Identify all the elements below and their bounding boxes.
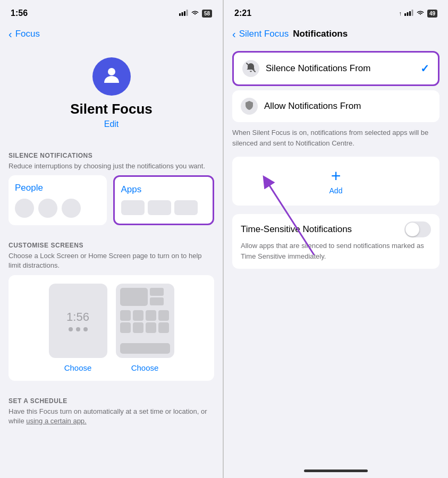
allow-option-label: Allow Notifications From: [264, 101, 431, 112]
customise-section-header: CUSTOMISE SCREENS Choose a Lock Screen o…: [9, 240, 214, 270]
back-label-right: Silent Focus: [239, 29, 289, 39]
status-icons-left: 58: [179, 8, 212, 18]
home-icon-6: [133, 322, 143, 333]
home-big-rect: [120, 288, 148, 306]
add-section: + Add: [224, 157, 448, 206]
avatar: [92, 57, 131, 96]
back-label-left: Focus: [15, 29, 40, 39]
customise-screens-section: CUSTOMISE SCREENS Choose a Lock Screen o…: [9, 240, 214, 380]
back-chevron-right: ‹: [232, 28, 236, 40]
phone-right: 2:21 ↑ 49 ‹ Silent Focus Notifications: [224, 0, 448, 478]
add-plus-icon: +: [331, 167, 341, 184]
time-right: 2:21: [234, 8, 251, 18]
silence-icon-wrap: [242, 60, 259, 77]
lock-dot-3: [83, 327, 88, 331]
wifi-icon-left: [191, 8, 199, 18]
battery-icon-right: 49: [427, 10, 437, 18]
battery-icon-left: 58: [202, 10, 212, 18]
people-placeholder-3: [62, 199, 81, 218]
status-bar-right: 2:21 ↑ 49: [224, 0, 448, 23]
back-button-right[interactable]: ‹ Silent Focus: [232, 28, 289, 40]
lock-screen-preview: 1:56: [49, 284, 107, 358]
app-placeholder-1: [121, 200, 145, 215]
people-placeholder-1: [15, 199, 34, 218]
people-card[interactable]: People: [9, 175, 107, 225]
svg-point-4: [108, 68, 115, 75]
svg-rect-8: [411, 10, 413, 16]
schedule-section-title: SET A SCHEDULE: [9, 397, 67, 405]
schedule-underline: using a certain app.: [26, 417, 86, 425]
allow-icon-wrap: [241, 98, 258, 115]
lock-screen-choose-button[interactable]: Choose: [64, 363, 92, 372]
checkmark-icon: ✓: [420, 62, 429, 75]
home-small-rect-1: [150, 288, 164, 296]
wifi-icon-right: [416, 8, 425, 18]
apps-card[interactable]: Apps: [113, 175, 215, 225]
profile-name: Silent Focus: [70, 101, 153, 117]
bell-off-icon: [246, 62, 256, 75]
svg-rect-7: [409, 11, 411, 16]
app-placeholder-2: [148, 200, 171, 215]
home-screen-preview: [116, 284, 174, 358]
people-apps-row: People Apps: [9, 175, 214, 225]
schedule-section-subtitle: Have this Focus turn on automatically at…: [9, 407, 214, 426]
status-icons-right: ↑ 49: [399, 8, 437, 18]
arrow-up-icon: ↑: [399, 10, 402, 16]
people-label: People: [15, 183, 100, 193]
svg-rect-5: [404, 13, 406, 16]
add-label: Add: [329, 186, 343, 195]
home-icon-8: [158, 322, 169, 333]
phone-left: 1:56 58 ‹ Focus: [0, 0, 224, 478]
home-dock: [120, 343, 170, 354]
silence-section-subtitle: Reduce interruptions by choosing just th…: [9, 161, 214, 171]
silence-notifications-option[interactable]: Silence Notifications From ✓: [232, 51, 439, 86]
back-chevron-left: ‹: [9, 28, 12, 40]
app-placeholder-3: [174, 200, 198, 215]
back-button-left[interactable]: ‹ Focus: [9, 28, 40, 40]
home-icon-7: [146, 322, 156, 333]
silence-description: When Silent Focus is on, notifications f…: [224, 123, 448, 157]
schedule-section-header: SET A SCHEDULE Have this Focus turn on a…: [9, 396, 214, 426]
home-icon-2: [133, 310, 143, 321]
home-small-stack: [150, 288, 164, 306]
silence-section-header: SILENCE NOTIFICATIONS Reduce interruptio…: [9, 150, 214, 171]
time-sensitive-toggle[interactable]: [404, 221, 431, 237]
home-bar: [304, 470, 368, 472]
silence-option-label: Silence Notifications From: [266, 63, 420, 74]
home-indicator-right: [224, 467, 448, 478]
add-card[interactable]: + Add: [232, 157, 439, 206]
left-scroll-content: Silent Focus Edit SILENCE NOTIFICATIONS …: [0, 47, 223, 478]
signal-icon-right: [404, 10, 413, 17]
home-icon-4: [158, 310, 169, 321]
time-sensitive-card: Time-Sensitive Notifications Allow apps …: [232, 214, 439, 269]
lock-dot-1: [69, 327, 73, 331]
lock-time: 1:56: [66, 310, 89, 324]
lock-dots: [69, 327, 88, 331]
person-icon: [102, 65, 121, 88]
home-icon-1: [120, 310, 131, 321]
edit-button[interactable]: Edit: [104, 120, 119, 129]
home-screen-choose-button[interactable]: Choose: [131, 363, 159, 372]
people-placeholder-2: [38, 199, 57, 218]
options-container: Silence Notifications From ✓ Allow Notif…: [224, 51, 448, 123]
customise-section-title: CUSTOMISE SCREENS: [9, 242, 83, 249]
profile-section: Silent Focus Edit: [9, 47, 214, 138]
status-bar-left: 1:56 58: [0, 0, 223, 23]
apps-placeholders: [121, 200, 207, 215]
lock-screen-item: 1:56 Choose: [49, 284, 107, 372]
svg-rect-2: [184, 11, 185, 16]
lock-dot-2: [76, 327, 80, 331]
home-top-row: [120, 288, 170, 306]
home-icon-5: [120, 322, 131, 333]
allow-notifications-option[interactable]: Allow Notifications From: [232, 90, 439, 122]
signal-icon-left: [179, 10, 188, 17]
schedule-section: SET A SCHEDULE Have this Focus turn on a…: [9, 396, 214, 426]
people-placeholders: [15, 199, 100, 218]
screens-preview: 1:56 Choose: [9, 275, 214, 381]
page-title-right: Notifications: [293, 29, 348, 39]
time-sensitive-title: Time-Sensitive Notifications: [241, 224, 352, 235]
svg-rect-6: [407, 12, 408, 16]
home-small-rect-2: [150, 297, 164, 305]
home-icon-3: [146, 310, 156, 321]
nav-bar-left: ‹ Focus: [0, 23, 223, 47]
